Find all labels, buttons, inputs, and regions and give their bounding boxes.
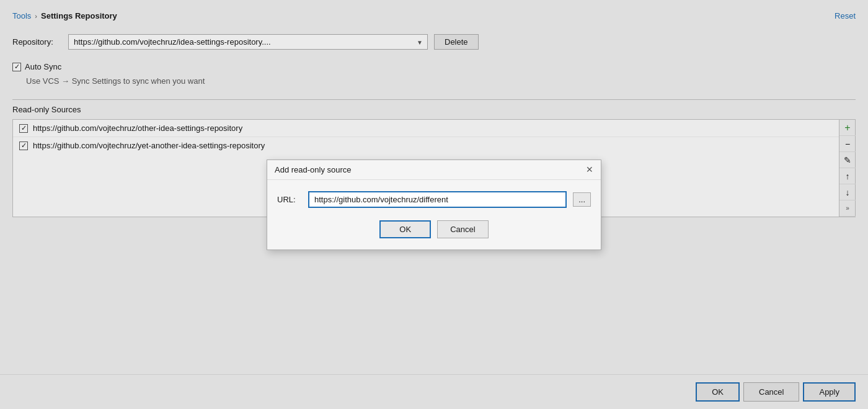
- modal-header: Add read-only source ✕: [267, 160, 601, 180]
- url-row: URL: ...: [277, 191, 591, 208]
- browse-button[interactable]: ...: [573, 192, 591, 207]
- url-input[interactable]: [308, 191, 567, 208]
- modal-overlay: Add read-only source ✕ URL: ... OK Cance…: [0, 0, 868, 409]
- url-label: URL:: [277, 195, 302, 204]
- modal-ok-button[interactable]: OK: [379, 220, 431, 238]
- add-readonly-source-dialog: Add read-only source ✕ URL: ... OK Cance…: [267, 160, 601, 250]
- modal-close-button[interactable]: ✕: [586, 165, 593, 174]
- modal-body: URL: ... OK Cancel: [267, 180, 601, 249]
- modal-title: Add read-only source: [275, 165, 352, 174]
- settings-page: Tools › Settings Repository Reset Reposi…: [0, 0, 868, 409]
- modal-actions: OK Cancel: [277, 220, 591, 238]
- modal-cancel-button[interactable]: Cancel: [437, 220, 488, 238]
